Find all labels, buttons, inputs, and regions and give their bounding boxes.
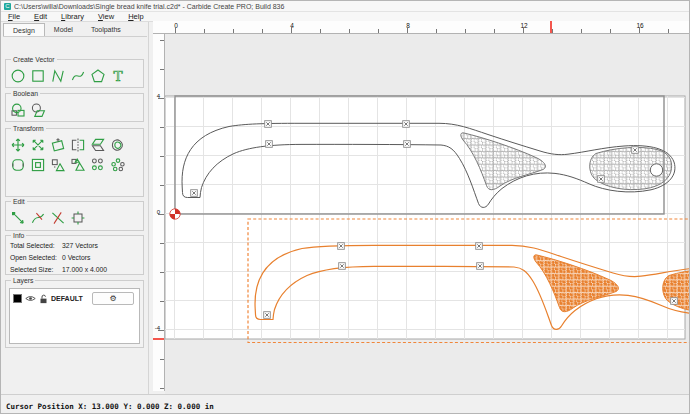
tab-model[interactable]: Model [45, 23, 82, 36]
title-bar: C C:\Users\willa\Downloads\Single bread … [1, 1, 690, 12]
rectangle-icon[interactable] [30, 68, 46, 84]
edit-title: Edit [11, 198, 27, 205]
resize-icon[interactable] [70, 210, 86, 226]
boolean-union-icon[interactable] [10, 102, 26, 118]
menu-view[interactable]: View [91, 12, 121, 21]
tab-design[interactable]: Design [3, 23, 45, 36]
main-tabs: Design Model Toolpaths [3, 23, 147, 37]
info-open-selected: Open Selected:0 Vectors [6, 252, 143, 264]
ruler-x-label-8: 8 [401, 22, 415, 29]
layers-title: Layers [11, 277, 35, 284]
text-icon[interactable]: T [110, 68, 126, 84]
align-icon[interactable] [50, 157, 66, 173]
edit-group: Edit [5, 201, 144, 231]
layer-name: DEFAULT [51, 295, 89, 302]
fillet-icon[interactable] [10, 157, 26, 173]
menu-edit[interactable]: Edit [27, 12, 54, 21]
tab-toolpaths[interactable]: Toolpaths [82, 23, 130, 36]
eye-icon[interactable] [25, 294, 36, 303]
info-title: Info [11, 232, 26, 239]
curve-edit-icon[interactable] [30, 210, 46, 226]
boolean-title: Boolean [11, 90, 40, 97]
menu-file[interactable]: File [1, 12, 27, 21]
ruler-x-label-4: 4 [285, 22, 299, 29]
boolean-group: Boolean [5, 93, 144, 122]
menu-library[interactable]: Library [54, 12, 91, 21]
app-logo-icon: C [4, 3, 11, 10]
transform-group: Transform [5, 128, 144, 197]
lock-icon[interactable] [39, 294, 48, 304]
polygon-icon[interactable] [90, 68, 106, 84]
job-origin-marker[interactable] [170, 209, 180, 219]
info-selected-size: Selected Size:17.000 x 4.000 [6, 264, 143, 276]
app-window: C C:\Users\willa\Downloads\Single bread … [0, 0, 690, 414]
layer-list: DEFAULT ⚙ [9, 288, 140, 344]
design-side-panel: Design Model Toolpaths Create Vector T B… [1, 22, 149, 394]
offset-icon[interactable] [30, 157, 46, 173]
svg-text:T: T [113, 68, 122, 84]
cursor-position-readout: Cursor Position X: 13.000 Y: 0.000 Z: 0.… [6, 402, 214, 411]
ruler-x-label-16: 16 [633, 22, 647, 29]
transform-title: Transform [11, 125, 46, 132]
shear-icon[interactable] [90, 137, 106, 153]
circle-icon[interactable] [10, 68, 26, 84]
layer-settings-button[interactable]: ⚙ [92, 292, 134, 305]
curve-icon[interactable] [70, 68, 86, 84]
window-title: C:\Users\willa\Downloads\Single bread kn… [14, 3, 284, 10]
status-bar: Cursor Position X: 13.000 Y: 0.000 Z: 0.… [1, 394, 690, 414]
trim-vectors-icon[interactable] [50, 210, 66, 226]
gear-icon: ⚙ [109, 294, 116, 303]
info-group: Info Total Selected:327 Vectors Open Sel… [5, 235, 144, 275]
cursor-marker-y [153, 338, 164, 340]
canvas-drawing [165, 34, 690, 394]
ruler-x-label-12: 12 [517, 22, 531, 29]
create-vector-group: Create Vector T [5, 59, 144, 88]
layers-group: Layers DEFAULT ⚙ [5, 280, 144, 348]
design-canvas[interactable] [165, 34, 690, 394]
clone-icon[interactable] [70, 157, 86, 173]
polyline-icon[interactable] [50, 68, 66, 84]
scale-icon[interactable] [30, 137, 46, 153]
ruler-x-label-0: 0 [169, 22, 183, 29]
move-icon[interactable] [10, 137, 26, 153]
ruler-y: 4 0 -4 [153, 34, 165, 391]
boolean-subtract-icon[interactable] [30, 102, 46, 118]
info-total-selected: Total Selected:327 Vectors [6, 240, 143, 252]
linear-array-icon[interactable] [90, 157, 106, 173]
layer-color-swatch[interactable] [13, 294, 22, 303]
mirror-icon[interactable] [70, 137, 86, 153]
trace-icon[interactable] [110, 137, 126, 153]
menu-help[interactable]: Help [121, 12, 150, 21]
circular-array-icon[interactable] [110, 157, 126, 173]
rotate-icon[interactable] [50, 137, 66, 153]
node-edit-icon[interactable] [10, 210, 26, 226]
ruler-x: 0 4 8 12 16 [153, 21, 690, 34]
layer-row[interactable]: DEFAULT ⚙ [10, 289, 139, 305]
create-vector-title: Create Vector [11, 56, 57, 63]
grid [165, 96, 685, 339]
